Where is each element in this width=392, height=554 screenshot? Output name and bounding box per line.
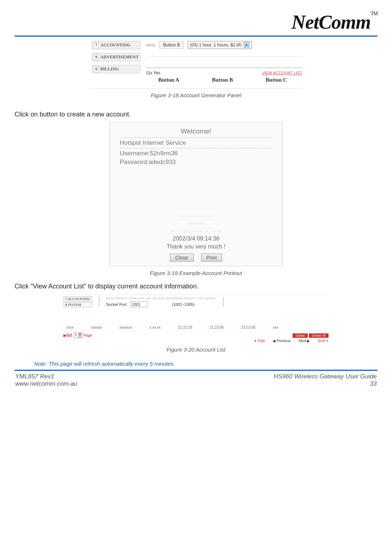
account-printout: Welcome! Hotspot Internet Service Userna… (109, 123, 283, 266)
brand-bar: NetCommTM (15, 7, 377, 37)
chevron-down-icon: ▾ (244, 42, 249, 48)
password-line: Password:adedc933 (120, 159, 272, 166)
faint-line: ---- -- ---- - ---- -- - ----- (170, 228, 222, 234)
pager-nav: ✶ First ◀ Previous Next ▶ End ✶ (64, 339, 328, 343)
end-link[interactable]: End ✶ (318, 339, 328, 343)
doc-title: HS960 Wireless Gateway User Guide (274, 373, 377, 380)
divider (223, 297, 224, 307)
button-b-chip[interactable]: Button B (159, 41, 184, 49)
go-link[interactable]: Go (146, 70, 152, 75)
nav-system-mini[interactable]: 8 SYSTEM (64, 302, 92, 307)
faint-line: ---------- (187, 220, 205, 226)
table-row: xxxxxxxxxxxxxxxxxx.xx.xx21:22:2821:23:56… (64, 324, 328, 331)
pager: ▶GO 1▾ Page Delete Delete All (64, 332, 328, 338)
view-account-list-link[interactable]: View Account List (262, 71, 302, 75)
datetime-line: 2002/3/4 09:14:36 (172, 235, 219, 242)
socket-port-input[interactable]: 1001 (130, 301, 148, 307)
instruction-1: Click on button to create a new account. (15, 111, 377, 118)
delete-button[interactable]: Delete (293, 333, 308, 338)
doc-url: www.netcomm.com.au (15, 380, 77, 387)
figure-19-caption: Figure 3-19 Example-Account Printout (15, 270, 377, 276)
nav-billing[interactable]: 0BILLING (92, 65, 140, 73)
hint-text: press button to create new user account,… (106, 296, 216, 300)
refresh-note: Note: This page will refresh automatical… (34, 361, 377, 367)
nav-accounting[interactable]: 7ACCOUNTING (92, 41, 140, 49)
instruction-2: Click "View Account List" to display cur… (15, 283, 377, 290)
nav-advertisement[interactable]: 9ADVERTISEMENT (92, 53, 140, 61)
page-select[interactable]: 1▾ (74, 332, 82, 338)
rate-dropdown[interactable]: (03) 1 hour, 1 hours, $2.00▾ (188, 41, 252, 49)
nav-accounting-mini[interactable]: 7 ACCOUNTING (64, 296, 92, 301)
print-button[interactable]: Print (201, 254, 222, 262)
next-link[interactable]: Next ▶ (299, 339, 310, 343)
previous-link[interactable]: ◀ Previous (273, 339, 291, 343)
account-generator-panel: 7ACCOUNTING 9ADVERTISEMENT 0BILLING w/n/… (90, 39, 302, 89)
doc-rev: YML857 Rev1 (15, 373, 77, 380)
button-labels: Button A Button B Button C (158, 77, 302, 83)
figure-20-caption: Figure 3-20 Account List (15, 346, 377, 353)
delete-all-button[interactable]: Delete All (309, 333, 328, 338)
divider (99, 297, 99, 307)
small-label: w/n/y (146, 43, 156, 47)
faint-line: -------------------- (178, 213, 214, 219)
first-link[interactable]: ✶ First (254, 339, 265, 343)
welcome-text: Welcome! (120, 127, 272, 135)
side-nav: 7ACCOUNTING 9ADVERTISEMENT 0BILLING (90, 39, 143, 85)
chevron-down-icon: ▾ (78, 333, 82, 338)
brand-logo: NetCommTM (291, 11, 377, 33)
socket-port-label: Socket Port: (106, 302, 128, 307)
page-number: 33 (274, 380, 377, 387)
thanks-line: Thank you very much ! (167, 243, 225, 250)
account-list-panel: 7 ACCOUNTING 8 SYSTEM press button to cr… (64, 295, 328, 343)
go-button[interactable]: ▶GO (64, 333, 72, 337)
username-line: Username:52n9rm36 (120, 150, 272, 157)
page-footer: YML857 Rev1 www.netcomm.com.au HS960 Wir… (15, 370, 377, 395)
close-button[interactable]: Close (170, 254, 194, 262)
socket-port-range: (1001~1005) (172, 302, 195, 307)
service-line: Hotspot Internet Service (120, 139, 272, 147)
figure-18-caption: Figure 3-18 Account Generator Panel (90, 92, 302, 98)
yes-text: Yes (153, 70, 160, 75)
page-label: Page (84, 333, 92, 337)
